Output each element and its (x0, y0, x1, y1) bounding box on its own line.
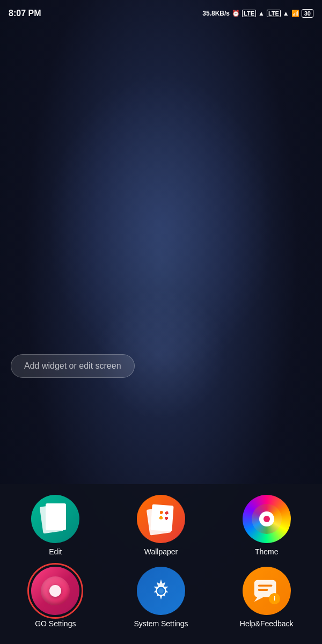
go-settings-icon-wrap (31, 567, 79, 615)
clock-icon: ⏰ (232, 10, 240, 17)
edit-label: Edit (49, 547, 62, 556)
signal-bars-2: ▲ (283, 10, 289, 17)
status-right: 35.8KB/s ⏰ LTE ▲ LTE ▲ 📶 30 (202, 9, 313, 18)
theme-icon-wrap (243, 495, 291, 543)
wallpaper-icon-wrap (137, 495, 185, 543)
svg-rect-5 (258, 584, 272, 586)
edit-icon-wrap (31, 495, 79, 543)
system-settings-icon-wrap (137, 567, 185, 615)
add-widget-label: Add widget or edit screen (24, 361, 121, 370)
add-widget-button[interactable]: Add widget or edit screen (11, 354, 135, 378)
menu-grid: Edit Wallpaper (5, 495, 317, 628)
go-settings-icon (41, 576, 70, 605)
system-settings-label: System Settings (134, 619, 188, 628)
help-feedback-label: Help&Feedback (240, 619, 294, 628)
signal-bars-1: ▲ (258, 10, 265, 17)
help-icon-wrap: i (243, 567, 291, 615)
edit-icon (41, 503, 69, 535)
menu-item-system-settings[interactable]: System Settings (111, 567, 211, 628)
svg-text:i: i (274, 595, 275, 602)
svg-point-2 (158, 588, 164, 594)
svg-rect-6 (258, 589, 268, 591)
wallpaper-label: Wallpaper (144, 547, 178, 556)
status-time: 8:07 PM (9, 9, 41, 18)
wifi-icon: 📶 (291, 10, 299, 17)
menu-item-go-settings[interactable]: GO Settings (5, 567, 106, 628)
menu-item-edit[interactable]: Edit (5, 495, 106, 556)
theme-label: Theme (255, 547, 279, 556)
menu-item-help-feedback[interactable]: i Help&Feedback (216, 567, 317, 628)
status-bar: 8:07 PM 35.8KB/s ⏰ LTE ▲ LTE ▲ 📶 30 (0, 0, 322, 27)
help-icon: i (251, 575, 282, 606)
bottom-menu: Edit Wallpaper (0, 484, 322, 644)
menu-item-theme[interactable]: Theme (216, 495, 317, 556)
theme-icon (252, 504, 282, 534)
wallpaper-icon (147, 505, 175, 533)
go-settings-label: GO Settings (35, 619, 76, 628)
network-speed: 35.8KB/s (202, 10, 230, 17)
battery-icon: 30 (302, 9, 313, 18)
svg-marker-4 (254, 597, 263, 602)
lte-icon-2: LTE (267, 10, 281, 17)
menu-item-wallpaper[interactable]: Wallpaper (111, 495, 211, 556)
gear-icon (147, 576, 175, 605)
lte-icon: LTE (242, 10, 256, 17)
